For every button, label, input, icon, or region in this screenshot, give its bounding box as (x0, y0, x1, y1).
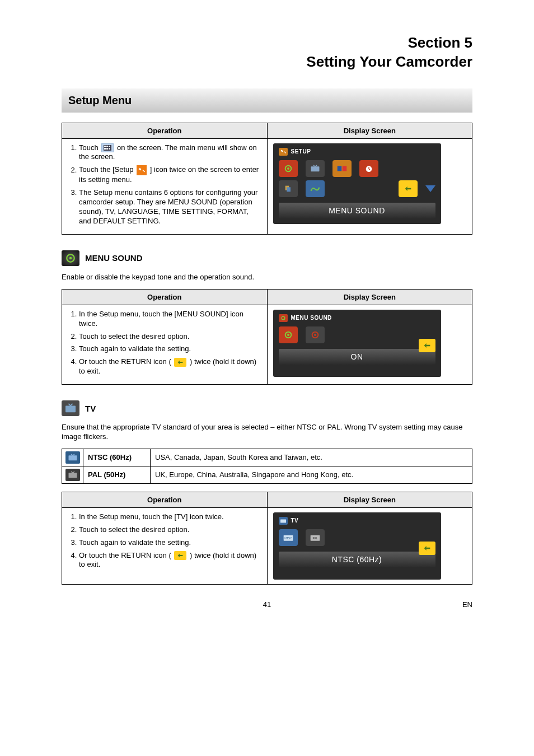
pal-label: PAL (50Hz) (83, 466, 151, 483)
setup-display-cell: SETUP (267, 138, 472, 234)
svg-rect-22 (65, 406, 76, 413)
svg-rect-25 (280, 519, 286, 522)
sound-on-icon (279, 326, 298, 343)
svg-rect-3 (109, 146, 110, 147)
ms-step3: Touch again to validate the setting. (79, 344, 261, 354)
return-icon (419, 542, 435, 555)
svg-text:PAL: PAL (312, 536, 317, 540)
svg-rect-23 (68, 455, 77, 460)
tv-standards-table: NTSC (60Hz) USA, Canada, Japan, South Ko… (62, 449, 472, 484)
tv-screen-mock: TV NTSC PAL NTSC (60Hz) (273, 512, 441, 580)
return-icon (419, 339, 435, 352)
setup-step3: The Setup menu contains 6 options for co… (79, 188, 261, 226)
pal-option-icon: PAL (306, 529, 325, 546)
ms-op-cell: In the Setup menu, touch the [MENU SOUND… (62, 305, 268, 384)
setup-screen-title: SETUP (291, 148, 311, 155)
setup-menu-header: Setup Menu (62, 88, 472, 113)
svg-rect-2 (106, 146, 108, 147)
svg-text:NTSC: NTSC (284, 536, 292, 540)
ms-step4a: Or touch the RETURN icon ( (79, 357, 173, 366)
tv-label: TV (85, 404, 96, 413)
ms-screen-label: ON (279, 349, 435, 365)
menu-sound-header-icon (62, 250, 79, 266)
ms-screen-title: MENU SOUND (291, 315, 332, 321)
ms-col-op: Operation (62, 289, 268, 305)
setup-screen-mock: SETUP (273, 143, 441, 224)
setup-screen-label: MENU SOUND (279, 203, 435, 218)
setup-menu-table: Operation Display Screen Touch on the sc… (62, 123, 472, 235)
svg-rect-9 (311, 166, 319, 171)
col-operation: Operation (62, 123, 268, 138)
ms-disp-cell: MENU SOUND ON (267, 305, 472, 384)
pal-regions: UK, Europe, China, Australia, Singapore … (151, 466, 472, 483)
svg-rect-6 (109, 148, 110, 150)
section-line2: Setting Your Camcorder (306, 53, 472, 70)
tv-step3: Touch again to validate the setting. (79, 538, 261, 548)
setup-tools-icon (137, 165, 147, 175)
ms-step4: Or touch the RETURN icon ( ) twice (hold… (79, 357, 261, 376)
tv-header-icon (62, 400, 79, 416)
svg-point-16 (69, 257, 72, 260)
menu-sound-label: MENU SOUND (85, 253, 143, 263)
menu-sound-section-header: MENU SOUND (62, 250, 472, 266)
setup-step1: Touch on the screen. The main menu will … (79, 143, 261, 162)
setup-step1a: Touch (79, 143, 100, 152)
tv-screen-title: TV (291, 517, 299, 524)
svg-rect-24 (68, 473, 77, 478)
tv-disp-cell: TV NTSC PAL NTSC (60Hz) (267, 507, 472, 584)
time-setting-icon (359, 160, 378, 177)
pal-icon (65, 469, 80, 481)
col-display: Display Screen (267, 123, 472, 138)
tv-table: Operation Display Screen In the Setup me… (62, 492, 472, 585)
ntsc-option-icon: NTSC (279, 529, 298, 546)
page-language: EN (450, 600, 472, 609)
setup-step2a: Touch the [Setup (79, 166, 135, 174)
tv-step2: Touch to select the desired option. (79, 525, 261, 535)
setup-mini-icon (279, 148, 288, 156)
svg-point-21 (314, 334, 316, 336)
svg-rect-5 (106, 148, 108, 150)
ms-step1: In the Setup menu, touch the [MENU SOUND… (79, 310, 261, 329)
ntsc-label: NTSC (60Hz) (83, 449, 151, 466)
setup-step2: Touch the [Setup ] icon twice on the scr… (79, 165, 261, 185)
tv-op-cell: In the Setup menu, touch the [TV] icon t… (62, 507, 268, 584)
svg-rect-14 (287, 187, 291, 192)
tv-screen-label: NTSC (60Hz) (279, 552, 435, 567)
scroll-down-icon (425, 185, 435, 192)
tv-icon (306, 160, 325, 177)
ms-mini-icon (279, 314, 288, 322)
menu-sound-table: Operation Display Screen In the Setup me… (62, 289, 472, 385)
tv-step4a: Or touch the RETURN icon ( (79, 551, 173, 559)
page-footer: 41 EN (62, 600, 472, 609)
svg-rect-4 (104, 148, 106, 150)
menu-sound-desc: Enable or disable the keypad tone and th… (62, 273, 472, 282)
format-icon (279, 180, 298, 197)
ntsc-icon-cell (62, 449, 83, 466)
section-title: Section 5 Setting Your Camcorder (62, 34, 472, 72)
tv-mini-icon (279, 517, 288, 525)
menu-sound-screen-mock: MENU SOUND ON (273, 310, 441, 377)
language-icon (332, 160, 352, 177)
sound-off-icon (306, 326, 325, 343)
menu-sound-icon (279, 160, 298, 177)
svg-point-17 (282, 316, 285, 320)
pal-icon-cell (62, 466, 83, 483)
svg-rect-11 (342, 166, 346, 171)
svg-rect-1 (104, 146, 106, 147)
return-icon (399, 180, 418, 197)
tv-step1: In the Setup menu, touch the [TV] icon t… (79, 512, 261, 522)
tv-desc: Ensure that the appropriate TV standard … (62, 423, 472, 442)
return-icon (174, 358, 186, 367)
ntsc-icon (65, 451, 80, 464)
tv-step4: Or touch the RETURN icon ( ) twice (hold… (79, 551, 261, 570)
ms-col-disp: Display Screen (267, 289, 472, 305)
svg-point-19 (287, 334, 289, 336)
default-setting-icon (306, 180, 325, 197)
menu-grid-icon (101, 143, 114, 152)
tv-col-disp: Display Screen (267, 492, 472, 507)
return-icon (174, 551, 186, 560)
setup-operation-cell: Touch on the screen. The main menu will … (62, 138, 268, 234)
ms-step2: Touch to select the desired option. (79, 332, 261, 342)
ntsc-regions: USA, Canada, Japan, South Korea and Taiw… (151, 449, 472, 466)
svg-rect-10 (337, 166, 341, 171)
